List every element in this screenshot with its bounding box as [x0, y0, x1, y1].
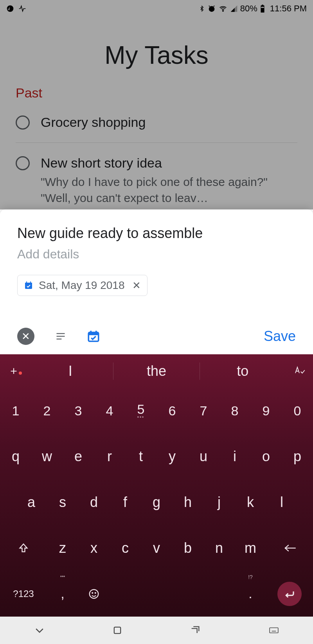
key-w[interactable]: w: [31, 434, 63, 480]
battery-percent: 80%: [240, 4, 257, 14]
key-g[interactable]: g: [141, 480, 172, 525]
key-7[interactable]: 7: [188, 388, 219, 434]
key-5[interactable]: 5•••: [125, 388, 156, 434]
new-task-details-input[interactable]: Add details: [17, 247, 296, 262]
key-4[interactable]: 4: [94, 388, 125, 434]
number-row: 1 2 3 4 5••• 6 7 8 9 0: [0, 388, 313, 434]
key-t[interactable]: t: [125, 434, 156, 480]
key-k[interactable]: k: [235, 480, 266, 525]
space-key[interactable]: [110, 571, 235, 617]
task-list-screen: My Tasks Past Grocery shopping New short…: [0, 17, 313, 218]
suggestion-key[interactable]: the: [113, 363, 199, 379]
qwerty-row: q w e r t y u i o p: [0, 434, 313, 480]
key-q[interactable]: q: [0, 434, 31, 480]
bottom-row: ?123 ••• , !? .: [0, 571, 313, 617]
save-button[interactable]: Save: [264, 328, 296, 345]
key-9[interactable]: 9: [250, 388, 282, 434]
task-title: Grocery shopping: [41, 114, 146, 131]
music-icon: [6, 5, 14, 13]
key-z[interactable]: z: [47, 525, 78, 571]
wifi-icon: [218, 5, 228, 13]
svg-point-0: [7, 5, 14, 12]
key-8[interactable]: 8: [219, 388, 250, 434]
nav-keyboard-switch[interactable]: [268, 625, 280, 635]
add-date-icon[interactable]: [87, 330, 100, 343]
key-3[interactable]: 3: [63, 388, 94, 434]
key-v[interactable]: v: [141, 525, 172, 571]
nav-hide-keyboard[interactable]: [33, 624, 46, 636]
key-i[interactable]: i: [219, 434, 250, 480]
key-2[interactable]: 2: [31, 388, 63, 434]
svg-rect-5: [261, 7, 264, 8]
date-chip[interactable]: Sat, May 19 2018 ✕: [17, 275, 148, 296]
svg-point-19: [92, 592, 93, 593]
task-details: "Why do I have to pick one of these agai…: [41, 174, 297, 206]
key-0[interactable]: 0: [282, 388, 313, 434]
keyboard-expand-button[interactable]: +: [0, 364, 27, 378]
symbols-key[interactable]: ?123: [0, 571, 47, 617]
svg-rect-7: [25, 283, 32, 284]
key-h[interactable]: h: [172, 480, 203, 525]
date-chip-label: Sat, May 19 2018: [39, 279, 124, 292]
activity-icon: [18, 5, 27, 13]
key-y[interactable]: y: [156, 434, 188, 480]
new-task-title-input[interactable]: New guide ready to assemble: [17, 225, 296, 242]
period-key[interactable]: !? .: [235, 571, 266, 617]
emoji-key[interactable]: [78, 571, 110, 617]
key-c[interactable]: c: [110, 525, 141, 571]
task-row[interactable]: Grocery shopping: [16, 110, 297, 143]
nav-recents[interactable]: [189, 625, 202, 636]
suggestion-key[interactable]: to: [200, 363, 286, 379]
page-title: My Tasks: [16, 41, 297, 70]
key-o[interactable]: o: [250, 434, 282, 480]
task-row[interactable]: New short story idea "Why do I have to p…: [16, 143, 297, 218]
enter-key[interactable]: [266, 571, 313, 617]
zxcv-row: z x c v b n m: [0, 525, 313, 571]
comma-key[interactable]: ••• ,: [47, 571, 78, 617]
clock-time: 11:56 PM: [270, 4, 307, 14]
svg-rect-4: [262, 5, 263, 6]
key-j[interactable]: j: [203, 480, 235, 525]
suggestion-key[interactable]: I: [27, 363, 113, 379]
task-checkbox[interactable]: [16, 115, 30, 130]
svg-point-2: [223, 11, 224, 12]
key-e[interactable]: e: [63, 434, 94, 480]
svg-rect-14: [88, 332, 99, 335]
clear-date-icon[interactable]: ✕: [132, 280, 141, 292]
bluetooth-icon: [199, 4, 205, 13]
shift-key[interactable]: [0, 525, 47, 571]
key-s[interactable]: s: [47, 480, 78, 525]
task-title: New short story idea: [41, 155, 297, 171]
add-details-icon[interactable]: [54, 331, 67, 342]
nav-home[interactable]: [112, 625, 123, 636]
key-p[interactable]: p: [282, 434, 313, 480]
svg-point-1: [209, 6, 214, 12]
system-nav-bar: [0, 617, 313, 644]
svg-rect-3: [261, 5, 264, 13]
svg-rect-16: [95, 331, 97, 334]
key-m[interactable]: m: [235, 525, 266, 571]
key-b[interactable]: b: [172, 525, 203, 571]
svg-point-18: [90, 589, 99, 598]
signal-icon: [230, 5, 238, 13]
key-1[interactable]: 1: [0, 388, 31, 434]
key-d[interactable]: d: [78, 480, 110, 525]
battery-icon: [260, 4, 265, 13]
key-u[interactable]: u: [188, 434, 219, 480]
dismiss-button[interactable]: ✕: [17, 328, 34, 345]
key-x[interactable]: x: [78, 525, 110, 571]
key-a[interactable]: a: [16, 480, 47, 525]
key-f[interactable]: f: [110, 480, 141, 525]
svg-rect-9: [30, 281, 31, 283]
calendar-icon: [24, 281, 33, 290]
alarm-icon: [207, 4, 216, 13]
key-6[interactable]: 6: [156, 388, 188, 434]
key-r[interactable]: r: [94, 434, 125, 480]
task-checkbox[interactable]: [16, 156, 30, 170]
svg-rect-8: [26, 281, 27, 283]
svg-rect-21: [114, 627, 121, 633]
keyboard-autocorrect-toggle[interactable]: [286, 365, 313, 377]
key-l[interactable]: l: [266, 480, 297, 525]
key-n[interactable]: n: [203, 525, 235, 571]
backspace-key[interactable]: [266, 525, 313, 571]
